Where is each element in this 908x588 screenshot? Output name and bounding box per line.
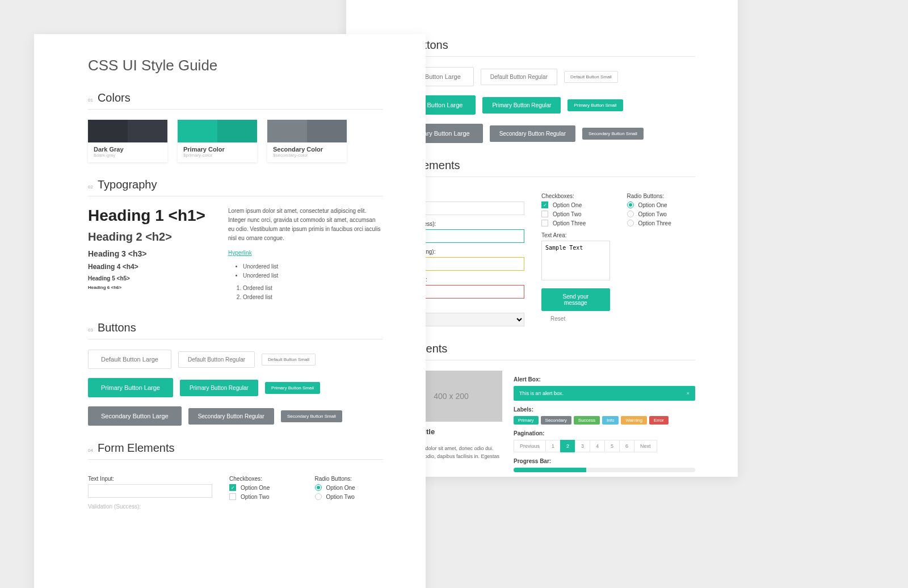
radio-icon[interactable] [627, 201, 634, 208]
option-label: Option Three [553, 220, 586, 226]
checkbox-icon[interactable]: ✓ [229, 484, 236, 491]
alert-box: This is an alert box. × [514, 386, 695, 401]
page-item[interactable]: 2 [560, 440, 575, 452]
default-button-regular-r[interactable]: Default Button Regular [481, 69, 557, 85]
primary-button-small[interactable]: Primary Button Small [265, 382, 320, 394]
text-input[interactable] [88, 484, 212, 498]
option-label: Option Three [638, 220, 671, 226]
section-num: 02 [88, 184, 93, 190]
section-title: Typography [98, 178, 157, 191]
checkbox-icon[interactable] [541, 211, 548, 217]
option-label: Option Two [553, 211, 581, 217]
checkboxes-label: Checkboxes: [229, 476, 297, 482]
textarea-label-r: Text Area: [541, 232, 609, 238]
style-guide-page-left: CSS UI Style Guide 01 Colors Dark Gray$d… [34, 34, 426, 588]
option-label: Option Two [326, 494, 355, 500]
send-button[interactable]: Send your message [541, 288, 609, 311]
swatch-name: Primary Color [183, 146, 251, 153]
default-button-small[interactable]: Default Button Small [262, 354, 316, 366]
page-item[interactable]: 3 [575, 440, 590, 452]
checkbox-icon[interactable] [541, 220, 548, 226]
list-item: Unordered list [243, 262, 383, 271]
pagination: Previous123456Next [514, 440, 695, 452]
reset-button[interactable]: Reset [541, 311, 574, 326]
section-header-form-r: m Elements [400, 159, 695, 177]
page-item[interactable]: 1 [545, 440, 561, 452]
primary-button-regular[interactable]: Primary Button Regular [180, 380, 258, 396]
heading-5: Heading 5 <h5> [88, 275, 205, 282]
progress-bar [514, 468, 586, 472]
label-success: Success [574, 416, 600, 425]
section-title: Buttons [98, 321, 136, 334]
checkbox-icon[interactable]: ✓ [541, 201, 548, 208]
option-label: Option One [638, 202, 667, 208]
checkboxes-label-r: Checkboxes: [541, 193, 609, 199]
hyperlink-sample[interactable]: Hyperlink [228, 249, 252, 258]
section-header-ui-r: Elements [400, 342, 695, 360]
label-primary: Primary [514, 416, 539, 425]
radio-icon[interactable] [315, 493, 322, 500]
primary-button-small-r[interactable]: Primary Button Small [568, 99, 623, 111]
default-button-regular[interactable]: Default Button Regular [178, 351, 255, 368]
primary-button-large[interactable]: Primary Button Large [88, 378, 173, 397]
section-title: Form Elements [98, 442, 175, 455]
section-header-buttons-r: 03 Buttons [400, 39, 695, 57]
page-title: CSS UI Style Guide [88, 57, 383, 74]
heading-2: Heading 2 <h2> [88, 230, 205, 243]
swatch-name: Secondary Color [273, 146, 341, 153]
color-swatch: Primary Color$primary-color [178, 120, 257, 162]
page-item[interactable]: Previous [514, 440, 546, 452]
heading-3: Heading 3 <h3> [88, 249, 205, 258]
progress-label: Progress Bar: [514, 458, 695, 464]
checkbox-icon[interactable] [229, 493, 236, 500]
heading-4: Heading 4 <h4> [88, 263, 205, 271]
section-header-colors: 01 Colors [88, 91, 383, 110]
labels-label: Labels: [514, 406, 695, 413]
page-item[interactable]: 6 [619, 440, 634, 452]
textarea-r[interactable]: Sample Text [541, 241, 609, 280]
secondary-button-regular-r[interactable]: Secondary Button Regular [490, 125, 575, 142]
radio-icon[interactable] [315, 484, 322, 491]
text-input-label: Text Input: [88, 476, 212, 482]
swatch-var: $secondary-color [273, 153, 341, 158]
radios-label: Radio Buttons: [315, 476, 383, 482]
swatch-var: $dark-gray [94, 153, 162, 158]
page-item[interactable]: 4 [590, 440, 605, 452]
secondary-button-regular[interactable]: Secondary Button Regular [188, 408, 274, 425]
default-button-small-r[interactable]: Default Button Small [564, 71, 618, 83]
option-label: Option One [326, 485, 355, 491]
swatch-var: $primary-color [183, 153, 251, 158]
alert-text: This is an alert box. [519, 390, 564, 396]
label-secondary: Secondary [541, 416, 571, 425]
radio-icon[interactable] [627, 211, 634, 217]
progress-track [514, 468, 695, 472]
section-num: 03 [88, 327, 93, 333]
section-header-form: 04 Form Elements [88, 442, 383, 460]
pagination-label: Pagination: [514, 430, 695, 436]
unordered-list: Unordered list Unordered list [243, 262, 383, 280]
secondary-button-small[interactable]: Secondary Button Small [281, 410, 342, 422]
radio-icon[interactable] [627, 220, 634, 226]
paragraph-sample: Lorem ipsum dolor sit amet, consectetur … [228, 207, 383, 243]
section-header-buttons: 03 Buttons [88, 321, 383, 339]
list-item: Ordered list [243, 293, 383, 302]
labels-row: Primary Secondary Success Info Warning E… [514, 416, 695, 425]
option-label: Option One [241, 485, 270, 491]
primary-button-regular-r[interactable]: Primary Button Regular [482, 97, 561, 114]
section-num: 01 [88, 98, 93, 103]
ordered-list: Ordered list Ordered list [243, 284, 383, 302]
list-item: Unordered list [243, 271, 383, 280]
page-item[interactable]: Next [634, 440, 657, 452]
color-swatch: Secondary Color$secondary-color [267, 120, 347, 162]
secondary-button-small-r[interactable]: Secondary Button Small [582, 128, 644, 140]
section-num: 04 [88, 448, 93, 453]
swatches-row: Dark Gray$dark-grayPrimary Color$primary… [88, 120, 383, 162]
swatch-name: Dark Gray [94, 146, 162, 153]
page-item[interactable]: 5 [604, 440, 620, 452]
radios-label-r: Radio Buttons: [627, 193, 695, 199]
close-icon[interactable]: × [687, 390, 690, 396]
default-button-large[interactable]: Default Button Large [88, 350, 171, 369]
secondary-button-large[interactable]: Secondary Button Large [88, 406, 182, 426]
heading-6: Heading 6 <h6> [88, 285, 205, 290]
option-label: Option Two [638, 211, 667, 217]
